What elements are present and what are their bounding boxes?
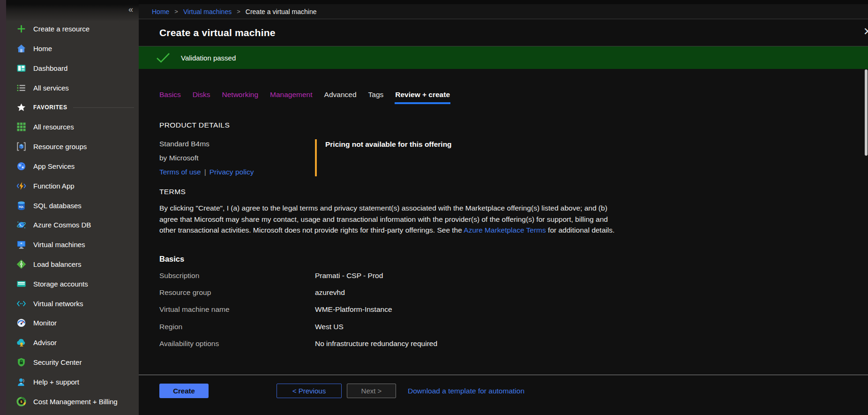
sidebar-item-home[interactable]: Home bbox=[6, 39, 139, 59]
row-label: Availability options bbox=[159, 340, 315, 348]
sidebar-item-label: Dashboard bbox=[33, 64, 67, 72]
tab-review-create[interactable]: Review + create bbox=[395, 91, 450, 104]
star-icon bbox=[16, 102, 26, 113]
sidebar-item-cost-management-billing[interactable]: $ Cost Management + Billing bbox=[6, 392, 139, 411]
sidebar-item-advisor[interactable]: Advisor bbox=[6, 333, 139, 353]
close-icon[interactable]: ✕ bbox=[863, 26, 868, 37]
next-button[interactable]: Next > bbox=[347, 384, 396, 398]
download-template-link[interactable]: Download a template for automation bbox=[408, 387, 524, 395]
product-details: Standard B4ms by Microsoft Terms of use|… bbox=[159, 139, 868, 176]
tab-basics[interactable]: Basics bbox=[159, 91, 181, 104]
wizard-tabs: Basics Disks Networking Management Advan… bbox=[159, 91, 868, 104]
row-label: Resource group bbox=[159, 288, 315, 297]
sidebar-favorites-header: FAVORITES bbox=[6, 98, 139, 117]
sidebar-item-label: Load balancers bbox=[33, 260, 82, 268]
sidebar-item-all-services[interactable]: All services bbox=[6, 78, 139, 98]
home-icon bbox=[16, 44, 26, 54]
resource-groups-icon bbox=[16, 142, 26, 152]
breadcrumb-virtual-machines[interactable]: Virtual machines bbox=[183, 8, 232, 15]
product-publisher: by Microsoft bbox=[159, 153, 315, 162]
sidebar-nav: Create a resource Home Dashboard All ser… bbox=[6, 19, 139, 411]
basics-summary: Subscription Pramati - CSP - Prod Resour… bbox=[159, 267, 868, 353]
sidebar-item-sql-databases[interactable]: SQL SQL databases bbox=[6, 196, 139, 215]
terms-heading: TERMS bbox=[159, 188, 868, 196]
all-resources-icon bbox=[16, 122, 26, 132]
page-title: Create a virtual machine bbox=[159, 27, 276, 38]
virtual-machines-icon bbox=[16, 240, 26, 250]
table-row: Availability options No infrastructure r… bbox=[159, 335, 868, 352]
sidebar-item-load-balancers[interactable]: Load balancers bbox=[6, 255, 139, 274]
tab-advanced[interactable]: Advanced bbox=[324, 91, 357, 104]
breadcrumb-home[interactable]: Home bbox=[152, 8, 169, 15]
sidebar-item-label: Home bbox=[33, 45, 52, 53]
security-center-icon bbox=[16, 357, 26, 367]
sidebar-item-label: Help + support bbox=[33, 378, 79, 386]
breadcrumb-separator: > bbox=[237, 8, 240, 15]
table-row: Resource group azurevhd bbox=[159, 284, 868, 301]
previous-button[interactable]: < Previous bbox=[277, 384, 342, 398]
sidebar-item-label: Resource groups bbox=[33, 143, 87, 151]
terms-of-use-link[interactable]: Terms of use bbox=[159, 168, 201, 176]
sidebar-item-label: Virtual machines bbox=[33, 241, 85, 249]
sidebar-item-app-services[interactable]: App Services bbox=[6, 157, 139, 176]
load-balancers-icon bbox=[16, 259, 26, 269]
table-row: Virtual machine name WME-Platform-Instan… bbox=[159, 301, 868, 318]
plus-icon bbox=[16, 24, 26, 34]
validation-banner: Validation passed bbox=[139, 46, 868, 69]
help-support-icon bbox=[16, 377, 26, 387]
sidebar-item-monitor[interactable]: Monitor bbox=[6, 313, 139, 333]
title-bar: Create a virtual machine ✕ bbox=[139, 19, 868, 46]
table-row: Subscription Pramati - CSP - Prod bbox=[159, 267, 868, 284]
sidebar-collapse-icon[interactable]: « bbox=[128, 5, 133, 15]
wizard-footer: Create < Previous Next > Download a temp… bbox=[139, 375, 868, 415]
privacy-policy-link[interactable]: Privacy policy bbox=[210, 168, 254, 176]
row-value: WME-Platform-Instance bbox=[315, 305, 392, 314]
favorites-divider bbox=[73, 107, 134, 108]
tab-networking[interactable]: Networking bbox=[222, 91, 259, 104]
validation-banner-text: Validation passed bbox=[181, 54, 236, 62]
basics-heading: Basics bbox=[159, 255, 868, 264]
sidebar-item-dashboard[interactable]: Dashboard bbox=[6, 59, 139, 78]
sidebar-item-label: Function App bbox=[33, 182, 75, 190]
tab-disks[interactable]: Disks bbox=[193, 91, 210, 104]
sidebar-item-azure-cosmos-db[interactable]: Azure Cosmos DB bbox=[6, 215, 139, 235]
breadcrumb-separator: > bbox=[174, 8, 178, 15]
table-row: Region West US bbox=[159, 318, 868, 335]
tab-management[interactable]: Management bbox=[270, 91, 312, 104]
sidebar-item-label: Cost Management + Billing bbox=[33, 398, 118, 406]
tab-tags[interactable]: Tags bbox=[368, 91, 384, 104]
screen-edge-strip bbox=[0, 0, 6, 415]
virtual-networks-icon bbox=[16, 298, 26, 309]
azure-marketplace-terms-link[interactable]: Azure Marketplace Terms bbox=[464, 226, 546, 234]
sidebar-item-label: All resources bbox=[33, 123, 74, 131]
sidebar-item-function-app[interactable]: Function App bbox=[6, 176, 139, 196]
sidebar-item-help-support[interactable]: Help + support bbox=[6, 372, 139, 392]
sidebar-item-storage-accounts[interactable]: Storage accounts bbox=[6, 274, 139, 294]
sidebar-item-security-center[interactable]: Security Center bbox=[6, 353, 139, 372]
product-details-heading: PRODUCT DETAILS bbox=[159, 121, 868, 129]
row-value: West US bbox=[315, 323, 344, 331]
sql-databases-icon: SQL bbox=[16, 200, 26, 211]
sidebar-item-label: Virtual networks bbox=[33, 300, 83, 308]
breadcrumb-current: Create a virtual machine bbox=[246, 8, 317, 15]
create-button[interactable]: Create bbox=[159, 384, 209, 398]
sidebar-item-resource-groups[interactable]: Resource groups bbox=[6, 137, 139, 157]
svg-text:$: $ bbox=[20, 400, 22, 404]
terms-text: By clicking "Create", I (a) agree to the… bbox=[159, 203, 621, 236]
sidebar-top-shade bbox=[6, 0, 139, 22]
cost-management-icon: $ bbox=[16, 396, 26, 407]
sidebar-item-create-a-resource[interactable]: Create a resource bbox=[6, 19, 139, 39]
row-value: No infrastructure redundancy required bbox=[315, 340, 437, 348]
row-value: azurevhd bbox=[315, 288, 345, 297]
top-strip bbox=[139, 0, 868, 4]
sidebar-item-virtual-networks[interactable]: Virtual networks bbox=[6, 294, 139, 313]
sidebar-item-label: Advisor bbox=[33, 339, 57, 347]
sidebar-item-all-resources[interactable]: All resources bbox=[6, 117, 139, 137]
scrollbar-thumb[interactable] bbox=[865, 69, 868, 156]
sidebar-item-virtual-machines[interactable]: Virtual machines bbox=[6, 235, 139, 255]
cosmos-db-icon bbox=[16, 220, 26, 230]
storage-accounts-icon bbox=[16, 279, 26, 289]
sidebar: « Create a resource Home Dashboard All s… bbox=[6, 0, 139, 415]
terms-body-end: for additional details. bbox=[546, 226, 614, 234]
sidebar-item-label: Monitor bbox=[33, 319, 57, 327]
